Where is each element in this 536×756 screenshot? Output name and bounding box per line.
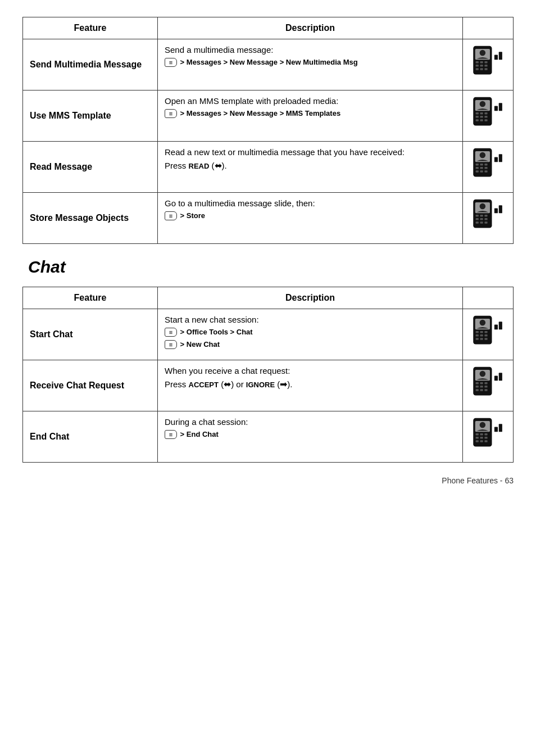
table-row: Receive Chat Request When you receive a …	[23, 360, 514, 411]
svg-rect-92	[476, 440, 479, 442]
svg-rect-9	[480, 68, 483, 70]
col-header-icon	[463, 17, 514, 39]
phone-icon-cell	[463, 411, 514, 463]
chat-features-table: Feature Description Start Chat Start a n…	[22, 287, 514, 463]
svg-rect-79	[480, 389, 483, 391]
svg-rect-17	[480, 112, 483, 115]
softkey-accept-icon: ⬌	[224, 379, 231, 389]
col-header-feature: Feature	[23, 287, 158, 309]
svg-rect-26	[499, 103, 502, 111]
menu-icon	[165, 340, 177, 349]
svg-rect-58	[476, 331, 479, 333]
phone-icon-cell	[463, 142, 514, 193]
svg-rect-24	[484, 119, 487, 121]
svg-rect-38	[484, 170, 487, 173]
svg-rect-19	[476, 116, 479, 118]
key-accept: ACCEPT	[189, 381, 219, 389]
desc-send-multimedia: Send a multimedia message: > Messages > …	[158, 39, 463, 90]
table-row: Read Message Read a new text or multimed…	[23, 142, 514, 193]
svg-rect-72	[476, 382, 479, 384]
phone-icon-cell	[463, 360, 514, 411]
desc-end-chat: During a chat session: > End Chat	[158, 411, 463, 463]
svg-rect-44	[476, 215, 479, 217]
svg-rect-96	[499, 424, 502, 432]
messaging-features-table: Feature Description Send Multimedia Mess…	[22, 17, 514, 244]
svg-rect-2	[476, 61, 479, 64]
svg-rect-91	[484, 437, 487, 439]
col-header-icon	[463, 287, 514, 309]
phone-icon	[470, 315, 506, 354]
svg-point-13	[480, 50, 486, 56]
svg-rect-22	[476, 119, 479, 121]
desc-receive-chat: When you receive a chat request: Press A…	[158, 360, 463, 411]
svg-rect-82	[499, 373, 502, 381]
svg-rect-88	[484, 433, 487, 436]
svg-rect-65	[480, 338, 483, 340]
table-row: End Chat During a chat session: > End Ch…	[23, 411, 514, 463]
key-ignore: IGNORE	[246, 381, 275, 389]
softkey-ignore-icon: ➡	[280, 379, 287, 389]
feature-read-message: Read Message	[23, 142, 158, 193]
svg-rect-46	[484, 215, 487, 217]
svg-point-83	[480, 371, 486, 377]
svg-rect-39	[494, 157, 498, 162]
phone-icon-cell	[463, 309, 514, 360]
phone-icon	[470, 96, 506, 135]
phone-icon	[470, 366, 506, 405]
svg-rect-77	[484, 386, 487, 388]
svg-rect-81	[494, 376, 498, 381]
feature-start-chat: Start Chat	[23, 309, 158, 360]
svg-rect-16	[476, 112, 479, 115]
svg-rect-36	[476, 170, 479, 173]
table-row: Start Chat Start a new chat session: > O…	[23, 309, 514, 360]
phone-icon	[470, 45, 506, 84]
svg-rect-86	[476, 433, 479, 436]
svg-point-41	[480, 152, 486, 159]
feature-send-multimedia: Send Multimedia Message	[23, 39, 158, 90]
menu-icon	[165, 328, 177, 337]
svg-rect-12	[499, 52, 502, 60]
desc-use-mms: Open an MMS template with preloaded medi…	[158, 90, 463, 142]
key-read: READ	[189, 162, 210, 170]
svg-rect-48	[480, 218, 483, 220]
svg-rect-23	[480, 119, 483, 121]
col-header-feature: Feature	[23, 17, 158, 39]
phone-icon	[470, 417, 506, 456]
svg-rect-8	[476, 68, 479, 70]
svg-rect-45	[480, 215, 483, 217]
svg-rect-37	[480, 170, 483, 173]
svg-rect-34	[480, 167, 483, 169]
page-footer: Phone Features - 63	[22, 476, 514, 485]
svg-rect-75	[476, 386, 479, 388]
svg-rect-64	[476, 338, 479, 340]
svg-point-27	[480, 101, 486, 107]
desc-store-message: Go to a multimedia message slide, then: …	[158, 193, 463, 244]
svg-rect-76	[480, 386, 483, 388]
svg-rect-33	[476, 167, 479, 169]
desc-start-chat: Start a new chat session: > Office Tools…	[158, 309, 463, 360]
menu-icon	[165, 109, 177, 118]
svg-rect-25	[494, 106, 498, 111]
svg-rect-6	[480, 65, 483, 67]
svg-rect-31	[480, 164, 483, 166]
svg-rect-11	[494, 55, 498, 60]
feature-receive-chat: Receive Chat Request	[23, 360, 158, 411]
svg-rect-32	[484, 164, 487, 166]
feature-use-mms: Use MMS Template	[23, 90, 158, 142]
svg-rect-73	[480, 382, 483, 384]
svg-rect-93	[480, 440, 483, 442]
chat-section-heading: Chat	[28, 257, 514, 277]
col-header-description: Description	[158, 287, 463, 309]
phone-icon-cell	[463, 193, 514, 244]
menu-icon	[165, 430, 177, 439]
svg-rect-7	[484, 65, 487, 67]
svg-rect-51	[480, 221, 483, 224]
svg-rect-3	[480, 61, 483, 64]
svg-rect-95	[494, 427, 498, 432]
svg-rect-80	[484, 389, 487, 391]
svg-point-97	[480, 422, 486, 428]
svg-rect-4	[484, 61, 487, 64]
svg-rect-49	[484, 218, 487, 220]
svg-rect-10	[484, 68, 487, 70]
col-header-description: Description	[158, 17, 463, 39]
